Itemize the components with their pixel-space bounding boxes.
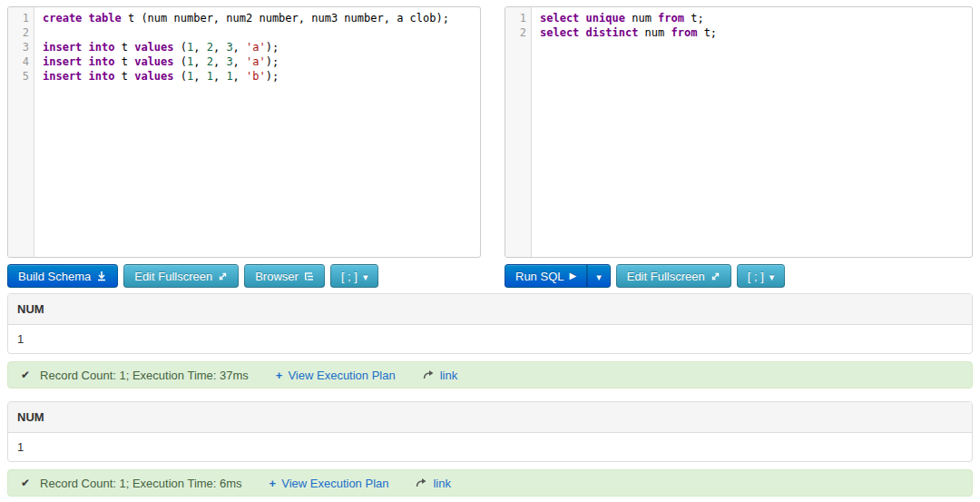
line-number: 2 [505, 25, 532, 40]
query-toolbar: Run SQL ▶ ▾ Edit Fullscreen [ ; ] ▾ [505, 264, 973, 288]
download-icon [96, 271, 107, 281]
view-execution-plan-link[interactable]: View Execution Plan [281, 477, 388, 490]
share-arrow-icon [423, 369, 435, 382]
code-text [34, 25, 43, 40]
browser-label: Browser [255, 270, 299, 283]
column-header: NUM [8, 402, 972, 433]
schema-panel: 1create table t (num number, num2 number… [7, 6, 481, 288]
permalink[interactable]: link [433, 477, 451, 490]
status-summary: Record Count: 1; Execution Time: 6ms [40, 477, 242, 490]
edit-fullscreen-query-button[interactable]: Edit Fullscreen [616, 264, 731, 288]
code-line: 1select unique num from t; [505, 11, 972, 25]
fullscreen-expand-icon [218, 271, 228, 281]
table-cell: 1 [8, 325, 972, 353]
result-table: NUM 1 [7, 401, 973, 462]
results-section: NUM 1 ✔ Record Count: 1; Execution Time:… [7, 293, 973, 497]
schema-terminator-label: [ ; ] [341, 270, 358, 283]
check-icon: ✔ [21, 477, 30, 489]
share-arrow-icon [416, 477, 427, 490]
status-bar: ✔ Record Count: 1; Execution Time: 6ms +… [7, 469, 973, 497]
code-line: 2select distinct num from t; [505, 25, 972, 40]
schema-editor[interactable]: 1create table t (num number, num2 number… [7, 6, 481, 258]
code-text: select unique num from t; [532, 11, 704, 25]
code-text: select distinct num from t; [532, 25, 717, 40]
browser-button[interactable]: Browser [244, 264, 325, 288]
query-editor-lines: 1select unique num from t;2select distin… [505, 7, 972, 40]
editors-row: 1create table t (num number, num2 number… [7, 6, 973, 288]
run-sql-button[interactable]: Run SQL ▶ [505, 264, 587, 288]
build-schema-button[interactable]: Build Schema [7, 264, 118, 288]
play-icon: ▶ [569, 271, 576, 281]
status-summary: Record Count: 1; Execution Time: 37ms [40, 369, 249, 382]
fullscreen-expand-icon [710, 271, 720, 281]
status-bar: ✔ Record Count: 1; Execution Time: 37ms … [7, 361, 973, 389]
edit-fullscreen-schema-button[interactable]: Edit Fullscreen [123, 264, 239, 288]
line-number: 3 [8, 40, 34, 54]
run-sql-label: Run SQL [515, 270, 564, 283]
result-table: NUM 1 [7, 293, 973, 354]
code-line: 3insert into t values (1, 2, 3, 'a'); [8, 40, 480, 54]
build-schema-label: Build Schema [18, 270, 91, 283]
schema-editor-lines: 1create table t (num number, num2 number… [8, 7, 480, 84]
code-text: insert into t values (1, 2, 3, 'a'); [34, 54, 279, 69]
plus-icon: + [270, 477, 277, 490]
tree-list-icon [304, 271, 314, 281]
run-sql-dropdown-toggle[interactable]: ▾ [587, 264, 611, 288]
line-number: 1 [505, 11, 532, 25]
line-number: 2 [8, 25, 34, 40]
line-number: 1 [8, 11, 34, 25]
caret-down-icon: ▾ [596, 272, 602, 282]
code-line: 2 [8, 25, 480, 40]
result-block: NUM 1 ✔ Record Count: 1; Execution Time:… [7, 293, 973, 389]
code-line: 4insert into t values (1, 2, 3, 'a'); [8, 54, 480, 69]
query-editor[interactable]: 1select unique num from t;2select distin… [505, 6, 973, 258]
code-text: insert into t values (1, 1, 1, 'b'); [34, 69, 279, 84]
code-text: insert into t values (1, 2, 3, 'a'); [34, 40, 279, 54]
run-sql-button-group: Run SQL ▶ ▾ [505, 264, 611, 288]
schema-terminator-button[interactable]: [ ; ] ▾ [330, 264, 379, 288]
check-icon: ✔ [21, 369, 30, 381]
view-execution-plan-link[interactable]: View Execution Plan [288, 369, 395, 382]
column-header: NUM [8, 294, 972, 325]
line-number: 5 [8, 69, 34, 84]
line-number: 4 [8, 54, 34, 69]
caret-down-icon: ▾ [363, 272, 368, 282]
query-panel: 1select unique num from t;2select distin… [505, 6, 973, 288]
query-terminator-label: [ ; ] [748, 270, 764, 283]
edit-fullscreen-query-label: Edit Fullscreen [627, 270, 705, 283]
code-text: create table t (num number, num2 number,… [34, 11, 449, 25]
edit-fullscreen-schema-label: Edit Fullscreen [134, 270, 212, 283]
plus-icon: + [276, 369, 283, 382]
query-terminator-button[interactable]: [ ; ] ▾ [737, 264, 786, 288]
result-block: NUM 1 ✔ Record Count: 1; Execution Time:… [7, 401, 973, 497]
code-line: 5insert into t values (1, 1, 1, 'b'); [8, 69, 480, 84]
query-editor-gutter [505, 7, 532, 257]
permalink[interactable]: link [440, 369, 458, 382]
schema-toolbar: Build Schema Edit Fullscreen Browser [ ;… [7, 264, 481, 288]
code-line: 1create table t (num number, num2 number… [8, 11, 480, 25]
caret-down-icon: ▾ [769, 272, 775, 282]
table-cell: 1 [8, 433, 972, 461]
